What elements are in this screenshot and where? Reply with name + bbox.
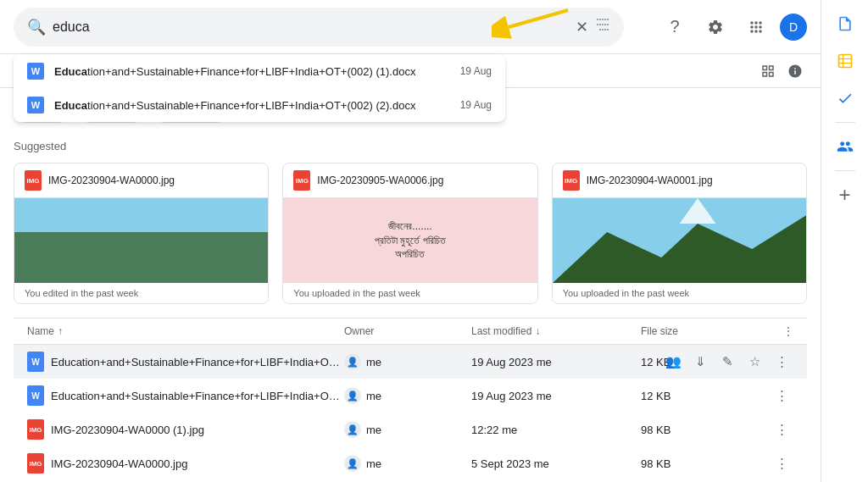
dropdown-item-date: 19 Aug (460, 65, 492, 77)
card-name-3: IMG-20230904-WA0001.jpg (587, 175, 713, 186)
filter-icon[interactable] (595, 17, 610, 36)
card-caption-2: You uploaded in the past week (283, 283, 537, 303)
dropdown-item-2[interactable]: W Education+and+Sustainable+Finance+for+… (14, 88, 505, 122)
row-actions: 👥 ⇓ ✎ ☆ ⋮ (661, 350, 793, 374)
avatar[interactable]: D (780, 14, 807, 41)
modified-sort-icon: ↓ (535, 325, 540, 337)
file-list: Name ↑ Owner Last modified ↓ File size ⋮ (14, 318, 807, 482)
card-title-3: IMG IMG-20230904-WA0001.jpg (553, 163, 806, 198)
edit-icon[interactable]: ✎ (715, 350, 739, 374)
dropdown-item-date-2: 19 Aug (460, 99, 492, 111)
dropdown-item-text: Education+and+Sustainable+Finance+for+LI… (54, 65, 450, 78)
svg-rect-5 (838, 55, 851, 68)
download-icon[interactable]: ⇓ (688, 350, 712, 374)
owner-avatar: 👤 (344, 455, 361, 472)
file-name: IMG-20230904-WA0000.jpg (51, 457, 187, 470)
settings-icon[interactable] (698, 10, 732, 44)
sidebar-divider (835, 122, 855, 123)
size-header: File size (641, 325, 743, 337)
more-icon[interactable]: ⋮ (770, 418, 793, 441)
sidebar-divider-2 (835, 170, 855, 171)
img-icon-1: IMG (25, 170, 42, 191)
size-cell: 98 KB (641, 457, 743, 470)
actions-cell: ⋮ (743, 418, 793, 441)
card-name-2: IMG-20230905-WA0006.jpg (317, 175, 443, 186)
table-row[interactable]: IMG IMG-20230904-WA0000 (1).jpg 👤 me 12:… (14, 413, 807, 446)
file-name: Education+and+Sustainable+Finance+for+LI… (51, 356, 344, 368)
card-caption-1: You edited in the past week (14, 283, 268, 303)
dropdown-item-text-2: Education+and+Sustainable+Finance+for+LI… (54, 99, 450, 112)
img-icon: IMG (27, 419, 44, 440)
search-dropdown: W Education+and+Sustainable+Finance+for+… (14, 54, 505, 122)
size-cell: 98 KB (641, 424, 743, 436)
word-doc-icon-2: W (27, 97, 44, 114)
card-title-2: IMG IMG-20230905-WA0006.jpg (283, 163, 537, 198)
info-icon[interactable] (783, 59, 807, 83)
card-title-1: IMG IMG-20230904-WA0000.jpg (14, 163, 268, 198)
owner-avatar: 👤 (344, 421, 361, 438)
sidebar-add-icon[interactable]: + (828, 178, 862, 212)
svg-line-1 (509, 10, 568, 27)
sort-arrow-icon: ↑ (58, 325, 63, 337)
suggested-card-1[interactable]: IMG IMG-20230904-WA0000.jpg You edited i… (14, 163, 269, 304)
table-row[interactable]: W Education+and+Sustainable+Finance+for+… (14, 379, 807, 413)
word-icon: W (27, 385, 44, 406)
owner-cell: 👤 me (344, 387, 471, 404)
arrow-annotation (492, 2, 576, 47)
dropdown-item[interactable]: W Education+and+Sustainable+Finance+for+… (14, 54, 505, 88)
card-image-2: জীবনের....... প্রতিটা মুহূর্তে পরিচিত অপ… (283, 198, 537, 283)
owner-avatar: 👤 (344, 353, 361, 370)
file-name-cell: IMG IMG-20230904-WA0000.jpg (27, 453, 344, 474)
apps-icon[interactable] (739, 10, 773, 44)
file-name-cell: W Education+and+Sustainable+Finance+for+… (27, 385, 344, 406)
sidebar-people-icon[interactable] (828, 130, 862, 163)
file-name-cell: W Education+and+Sustainable+Finance+for+… (27, 352, 344, 372)
bengali-text: জীবনের....... প্রতিটা মুহূর্তে পরিচিত অপ… (375, 219, 446, 262)
card-name-1: IMG-20230904-WA0000.jpg (48, 175, 175, 186)
actions-cell: 👥 ⇓ ✎ ☆ ⋮ (743, 350, 793, 374)
sidebar-tasks-icon[interactable] (828, 81, 862, 115)
file-name: IMG-20230904-WA0000 (1).jpg (51, 424, 204, 436)
modified-header[interactable]: Last modified ↓ (471, 325, 641, 337)
suggested-card-3[interactable]: IMG IMG-20230904-WA0001.jpg You uploaded… (552, 163, 807, 304)
more-icon[interactable]: ⋮ (770, 452, 793, 475)
word-icon: W (27, 352, 44, 372)
modified-cell: 19 Aug 2023 me (471, 356, 641, 368)
modified-cell: 12:22 me (471, 424, 641, 436)
list-header: Name ↑ Owner Last modified ↓ File size ⋮ (14, 319, 807, 345)
suggested-card-2[interactable]: IMG IMG-20230905-WA0006.jpg জীবনের......… (282, 163, 537, 304)
img-icon-2: IMG (293, 170, 310, 191)
table-row[interactable]: W Education+and+Sustainable+Finance+for+… (14, 345, 807, 379)
suggested-grid: IMG IMG-20230904-WA0000.jpg You edited i… (14, 163, 807, 304)
right-sidebar: + (821, 0, 868, 482)
word-doc-icon: W (27, 63, 44, 80)
owner-header: Owner (344, 325, 471, 337)
star-icon[interactable]: ☆ (743, 350, 766, 374)
name-header[interactable]: Name ↑ (27, 325, 344, 337)
suggested-title: Suggested (14, 140, 807, 152)
more-options-header[interactable]: ⋮ (743, 325, 793, 337)
img-icon: IMG (27, 453, 44, 474)
size-cell: 12 KB (641, 390, 743, 402)
table-row[interactable]: IMG IMG-20230904-WA0000.jpg 👤 me 5 Sept … (14, 446, 807, 480)
card-image-1 (14, 198, 268, 283)
header-right: ? D (658, 10, 807, 44)
owner-avatar: 👤 (344, 387, 361, 404)
sidebar-docs-icon[interactable] (828, 7, 862, 41)
share-icon[interactable]: 👥 (661, 350, 685, 374)
more-icon: ⋮ (783, 325, 793, 337)
content-area: Suggested IMG IMG-20230904-WA0000.jpg Yo… (0, 133, 821, 482)
modified-cell: 5 Sept 2023 me (471, 457, 641, 470)
more-icon[interactable]: ⋮ (770, 384, 793, 407)
top-header: 🔍 ✕ ? (0, 0, 821, 54)
owner-cell: 👤 me (344, 455, 471, 472)
grid-view-icon[interactable] (756, 59, 780, 83)
file-name: Education+and+Sustainable+Finance+for+LI… (51, 390, 344, 402)
help-icon[interactable]: ? (658, 10, 692, 44)
img-icon-3: IMG (563, 170, 580, 191)
sidebar-sheets-icon[interactable] (828, 44, 862, 78)
more-icon[interactable]: ⋮ (770, 350, 793, 374)
view-icons (756, 59, 807, 83)
actions-cell: ⋮ (743, 452, 793, 475)
clear-icon[interactable]: ✕ (576, 18, 588, 36)
